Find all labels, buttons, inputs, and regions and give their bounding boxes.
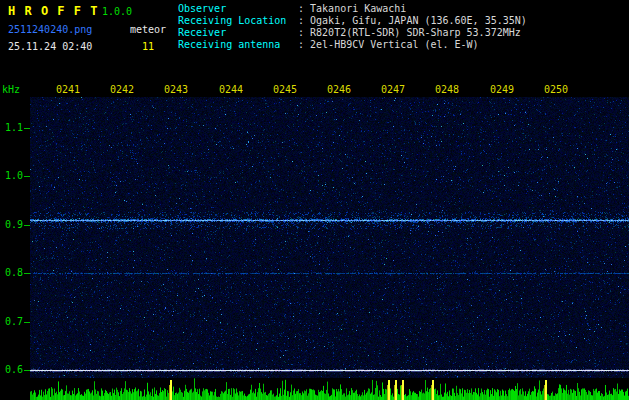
x-tick-label: 0248 <box>432 84 462 95</box>
info-value: Takanori Kawachi <box>310 3 406 14</box>
x-tick-label: 0241 <box>53 84 83 95</box>
app-title: H R O F F T <box>8 4 98 18</box>
y-axis-unit: kHz <box>2 84 20 95</box>
y-tick-label: 1.1 <box>0 122 23 134</box>
observation-datetime: 25.11.24 02:40 <box>8 41 92 52</box>
echo-count: 11 <box>142 41 154 52</box>
info-label: Observer <box>178 3 298 15</box>
info-label: Receiver <box>178 27 298 39</box>
x-tick-label: 0249 <box>487 84 517 95</box>
info-value: R820T2(RTL-SDR) SDR-Sharp 53.372MHz <box>310 27 521 38</box>
info-value: 2el-HB9CV Vertical (el. E-W) <box>310 39 479 50</box>
info-label: Receiving antenna <box>178 39 298 51</box>
y-tick-label: 0.8 <box>0 267 23 279</box>
app-version: 1.0.0 <box>102 6 132 17</box>
hrofft-screen: H R O F F T 1.0.0 2511240240.png meteor … <box>0 0 629 400</box>
info-row-antenna: Receiving antenna: 2el-HB9CV Vertical (e… <box>178 39 527 51</box>
y-tick-label: 0.9 <box>0 219 23 231</box>
info-separator: : <box>298 3 310 14</box>
x-tick-label: 0244 <box>216 84 246 95</box>
info-row-location: Receiving Location: Ogaki, Gifu, JAPAN (… <box>178 15 527 27</box>
x-tick-label: 0243 <box>161 84 191 95</box>
info-separator: : <box>298 15 310 26</box>
info-row-observer: Observer: Takanori Kawachi <box>178 3 527 15</box>
y-tick-label: 0.7 <box>0 316 23 328</box>
x-tick-label: 0246 <box>324 84 354 95</box>
info-value: Ogaki, Gifu, JAPAN (136.60E, 35.35N) <box>310 15 527 26</box>
info-separator: : <box>298 39 310 50</box>
x-tick-label: 0242 <box>107 84 137 95</box>
info-label: Receiving Location <box>178 15 298 27</box>
mode-label: meteor <box>130 24 166 35</box>
x-tick-label: 0250 <box>541 84 571 95</box>
y-tick-label: 1.0 <box>0 170 23 182</box>
station-info-panel: Observer: Takanori Kawachi Receiving Loc… <box>178 3 527 51</box>
x-tick-label: 0245 <box>270 84 300 95</box>
info-separator: : <box>298 27 310 38</box>
spectrogram-canvas <box>30 97 629 378</box>
y-tick-label: 0.6 <box>0 364 23 376</box>
signal-level-strip <box>30 378 629 400</box>
output-filename: 2511240240.png <box>8 24 92 35</box>
x-tick-label: 0247 <box>378 84 408 95</box>
info-row-receiver: Receiver: R820T2(RTL-SDR) SDR-Sharp 53.3… <box>178 27 527 39</box>
